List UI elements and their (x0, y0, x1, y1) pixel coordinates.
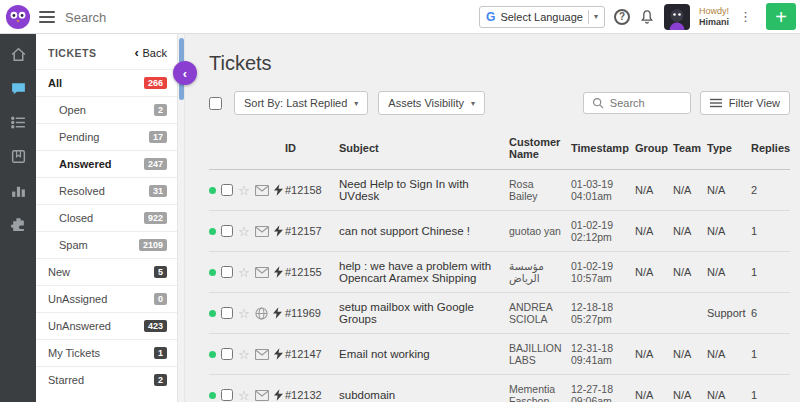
star-icon[interactable]: ☆ (238, 266, 250, 279)
select-all-checkbox[interactable] (209, 97, 222, 110)
ticket-timestamp: 01-02-19 02:12pm (571, 219, 635, 243)
ticket-type: N/A (707, 225, 751, 237)
sidebar-item-all[interactable]: All 266 (36, 69, 177, 96)
plugin-icon[interactable] (10, 216, 27, 233)
ticket-replies: 1 (751, 266, 790, 278)
ticket-subject[interactable]: subdomain (339, 389, 509, 401)
list-icon[interactable] (10, 114, 27, 131)
table-row[interactable]: ☆ #12157 can not support Chinese ! guota… (209, 211, 790, 252)
star-icon[interactable]: ☆ (238, 307, 250, 320)
sidebar-item-my-tickets[interactable]: My Tickets 1 (36, 339, 177, 366)
ticket-subject[interactable]: Need Help to Sign In with UVdesk (339, 178, 509, 202)
row-checkbox[interactable] (221, 348, 233, 360)
sidebar-item-unassigned[interactable]: UnAssigned 0 (36, 285, 177, 312)
bolt-icon[interactable] (274, 266, 283, 278)
bolt-icon[interactable] (274, 348, 283, 360)
bolt-icon[interactable] (273, 307, 282, 319)
status-dot-icon (209, 351, 216, 358)
ticket-replies: 6 (751, 307, 790, 319)
ticket-search-input[interactable] (610, 97, 682, 109)
sidebar-item-label: Pending (59, 131, 99, 143)
table-body: ☆ #12158 Need Help to Sign In with UVdes… (209, 170, 790, 402)
ticket-customer: Rosa Bailey (509, 178, 571, 202)
sidebar-scrollbar[interactable] (178, 34, 185, 402)
sidebar-item-label: Resolved (59, 185, 105, 197)
ticket-id[interactable]: #12157 (285, 225, 339, 237)
ticket-replies: 1 (751, 225, 790, 237)
sidebar-item-resolved[interactable]: Resolved 31 (36, 177, 177, 204)
table-row[interactable]: ☆ #12158 Need Help to Sign In with UVdes… (209, 170, 790, 211)
sidebar-item-count-badge: 266 (144, 77, 167, 89)
star-icon[interactable]: ☆ (238, 348, 250, 361)
ticket-id[interactable]: #12155 (285, 266, 339, 278)
global-search-input[interactable] (65, 10, 325, 25)
toolbar-right: Filter View (583, 91, 790, 115)
ticket-replies: 1 (751, 389, 790, 401)
row-checkbox[interactable] (221, 389, 233, 401)
sidebar-item-answered[interactable]: Answered 247 (36, 150, 177, 177)
status-dot-icon (209, 310, 216, 317)
filter-view-button[interactable]: Filter View (700, 91, 790, 115)
star-icon[interactable]: ☆ (238, 389, 250, 402)
menu-hamburger-icon[interactable] (39, 11, 55, 23)
knowledgebase-icon[interactable] (10, 148, 27, 165)
page-body: TICKETS ‹ Back All 266 Open 2 Pending 17… (0, 34, 800, 402)
assets-visibility-button[interactable]: Assets Visibility▾ (378, 91, 485, 115)
chat-icon[interactable] (10, 80, 27, 97)
row-checkbox[interactable] (221, 307, 233, 319)
row-checkbox[interactable] (221, 225, 233, 237)
ticket-subject[interactable]: help : we have a problem with Opencart A… (339, 260, 509, 284)
google-g-icon: G (486, 10, 495, 24)
ticket-id[interactable]: #12147 (285, 348, 339, 360)
ticket-id[interactable]: #12158 (285, 184, 339, 196)
sidebar-item-label: UnAnswered (48, 320, 111, 332)
bolt-icon[interactable] (274, 184, 283, 196)
star-icon[interactable]: ☆ (238, 225, 250, 238)
ticket-subject[interactable]: can not support Chinese ! (339, 225, 509, 237)
sidebar-collapse-button[interactable]: ‹ (173, 61, 197, 85)
back-link[interactable]: ‹ Back (135, 45, 167, 60)
sidebar-item-label: Spam (59, 239, 88, 251)
select-language-button[interactable]: G Select Language ▾ (479, 6, 605, 28)
ticket-type: Support (707, 307, 751, 319)
help-icon[interactable]: ? (614, 9, 630, 25)
row-checkbox[interactable] (221, 266, 233, 278)
sidebar-item-label: Starred (48, 374, 84, 386)
sidebar-item-starred[interactable]: Starred 2 (36, 366, 177, 393)
ticket-subject[interactable]: setup mailbox with Google Groups (339, 301, 509, 325)
sidebar-item-count-badge: 2 (154, 104, 167, 116)
sidebar-item-new[interactable]: New 5 (36, 258, 177, 285)
sidebar-item-label: UnAssigned (48, 293, 107, 305)
sidebar-item-unanswered[interactable]: UnAnswered 423 (36, 312, 177, 339)
ticket-group: N/A (635, 184, 673, 196)
sidebar-item-pending[interactable]: Pending 17 (36, 123, 177, 150)
search-icon (592, 97, 604, 109)
sidebar-item-open[interactable]: Open 2 (36, 96, 177, 123)
table-row[interactable]: ☆ #12155 help : we have a problem with O… (209, 252, 790, 293)
mail-channel-icon (255, 390, 269, 401)
uvdesk-logo-icon[interactable] (5, 4, 31, 30)
tickets-main: Tickets Sort By: Last Replied▾ Assets Vi… (185, 34, 800, 402)
ticket-id[interactable]: #12132 (285, 389, 339, 401)
create-ticket-button[interactable]: + (766, 3, 796, 30)
table-row[interactable]: ☆ #12147 Email not working BAJILLION LAB… (209, 334, 790, 375)
bolt-icon[interactable] (274, 389, 283, 401)
ticket-team: N/A (673, 348, 707, 360)
sidebar-item-closed[interactable]: Closed 922 (36, 204, 177, 231)
ticket-subject[interactable]: Email not working (339, 348, 509, 360)
kebab-menu-icon[interactable]: ⋮ (738, 9, 753, 24)
row-checkbox[interactable] (221, 184, 233, 196)
table-row[interactable]: ☆ #11969 setup mailbox with Google Group… (209, 293, 790, 334)
bell-icon[interactable] (639, 9, 655, 25)
home-icon[interactable] (10, 46, 27, 63)
table-row[interactable]: ☆ #12132 subdomain Mementia Faschon 12-2… (209, 375, 790, 402)
ticket-id[interactable]: #11969 (285, 307, 339, 319)
chart-icon[interactable] (10, 182, 27, 199)
greeting: Howdy! Himani (699, 6, 729, 28)
ticket-timestamp: 01-02-19 10:57am (571, 260, 635, 284)
star-icon[interactable]: ☆ (238, 184, 250, 197)
bolt-icon[interactable] (274, 225, 283, 237)
sidebar-item-spam[interactable]: Spam 2109 (36, 231, 177, 258)
sort-by-button[interactable]: Sort By: Last Replied▾ (234, 91, 368, 115)
avatar[interactable] (664, 4, 690, 30)
